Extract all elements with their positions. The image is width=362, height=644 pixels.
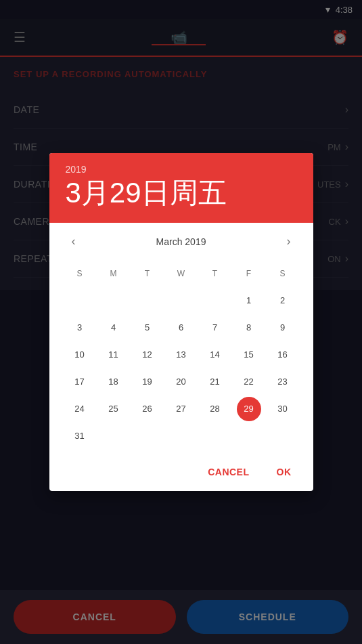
cal-day-23[interactable]: 23 [266,369,300,395]
cal-day-3[interactable]: 3 [63,315,97,341]
calendar-month-label: March 2019 [156,236,206,247]
cal-day-5[interactable]: 5 [131,315,164,341]
cal-day-29[interactable]: 29 [237,397,261,421]
cal-day-21[interactable]: 21 [198,369,232,395]
cal-day-19[interactable]: 19 [131,369,164,395]
cal-day-12[interactable]: 12 [131,342,164,368]
dialog-year: 2019 [66,164,297,175]
cal-day-27[interactable]: 27 [164,396,198,422]
cal-day-1[interactable]: 1 [232,288,266,314]
calendar-week-4: 24252627282930 [63,396,300,422]
dialog-date-main: 3月29日周五 [66,177,297,209]
cal-day-24[interactable]: 24 [63,396,97,422]
cal-day-10[interactable]: 10 [63,342,97,368]
cal-day-18[interactable]: 18 [97,369,131,395]
dialog-header: 2019 3月29日周五 [49,153,313,222]
calendar-header-row: S M T W T F S [63,261,300,286]
cal-day-8[interactable]: 8 [232,315,266,341]
cal-header-mon: M [97,261,131,286]
cal-day-7[interactable]: 7 [198,315,232,341]
calendar: ‹ March 2019 › S M T W T F S 12345678910… [49,223,313,456]
calendar-week-0: 12 [63,288,300,314]
cal-day-9[interactable]: 9 [266,315,300,341]
cal-day-26[interactable]: 26 [131,396,164,422]
cal-empty-5-5 [232,423,266,449]
cal-header-wed: W [164,261,198,286]
cal-empty-0-3 [164,288,198,314]
cal-empty-0-0 [63,288,97,314]
cal-empty-5-3 [164,423,198,449]
calendar-nav: ‹ March 2019 › [63,231,300,253]
cal-day-28[interactable]: 28 [198,396,232,422]
cal-header-sun: S [63,261,97,286]
cal-day-16[interactable]: 16 [266,342,300,368]
cal-day-11[interactable]: 11 [97,342,131,368]
cal-empty-5-2 [131,423,164,449]
dialog-cancel-button[interactable]: CANCEL [197,461,260,483]
dialog-overlay: 2019 3月29日周五 ‹ March 2019 › S M T W T F [0,0,362,644]
cal-empty-0-1 [97,288,131,314]
cal-header-sat: S [266,261,300,286]
cal-day-2[interactable]: 2 [266,288,300,314]
cal-day-22[interactable]: 22 [232,369,266,395]
dialog-actions: CANCEL OK [49,456,313,491]
calendar-week-5: 31 [63,423,300,449]
cal-header-fri: F [232,261,266,286]
dialog-ok-button[interactable]: OK [266,461,302,483]
cal-day-4[interactable]: 4 [97,315,131,341]
cal-day-30[interactable]: 30 [266,396,300,422]
cal-header-tue: T [131,261,164,286]
cal-empty-0-4 [198,288,232,314]
next-month-button[interactable]: › [278,231,300,253]
calendar-grid: S M T W T F S 12345678910111213141516171… [63,261,300,449]
cal-day-6[interactable]: 6 [164,315,198,341]
cal-day-15[interactable]: 15 [232,342,266,368]
cal-day-17[interactable]: 17 [63,369,97,395]
calendar-week-2: 10111213141516 [63,342,300,368]
calendar-week-3: 17181920212223 [63,369,300,395]
cal-day-20[interactable]: 20 [164,369,198,395]
cal-header-thu: T [198,261,232,286]
cal-day-13[interactable]: 13 [164,342,198,368]
prev-month-button[interactable]: ‹ [63,231,85,253]
date-picker-dialog: 2019 3月29日周五 ‹ March 2019 › S M T W T F [49,153,313,490]
cal-empty-5-4 [198,423,232,449]
cal-empty-5-1 [97,423,131,449]
cal-day-31[interactable]: 31 [63,423,97,449]
cal-day-25[interactable]: 25 [97,396,131,422]
cal-empty-0-2 [131,288,164,314]
calendar-week-1: 3456789 [63,315,300,341]
cal-empty-5-6 [266,423,300,449]
cal-day-14[interactable]: 14 [198,342,232,368]
